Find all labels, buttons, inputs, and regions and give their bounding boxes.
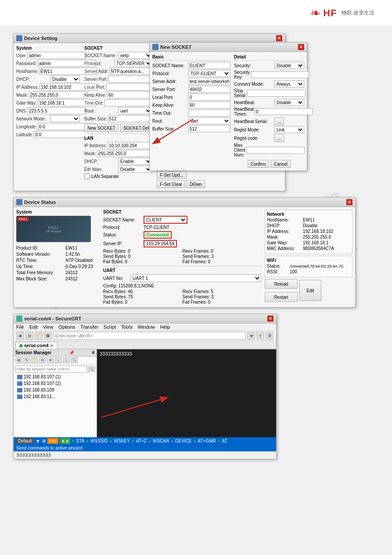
toolbar-icon-1[interactable]: ⊞: [16, 332, 24, 340]
btn-plusplus[interactable]: +++: [47, 438, 59, 444]
socket-name-status-select[interactable]: CLIENT: [144, 216, 187, 224]
device-status-close[interactable]: ✕: [346, 199, 352, 205]
filter-search-icon[interactable]: 🔍: [88, 366, 95, 372]
fset-upd-button[interactable]: F-Set Upd...: [157, 171, 187, 179]
netmode-select[interactable]: [50, 115, 80, 122]
menu-view[interactable]: View: [43, 324, 54, 330]
socket-name-select[interactable]: netp: [118, 52, 152, 59]
nsd-server-addr[interactable]: [188, 78, 230, 85]
dns-input[interactable]: [28, 107, 86, 114]
socket-del-button[interactable]: SOCKET Del: [120, 124, 152, 132]
session-item-2[interactable]: 192.168.83.107 (2): [14, 380, 97, 387]
session-item-1[interactable]: 192.168.83.107 (1): [14, 374, 97, 380]
lan-dhcp[interactable]: Enable: [118, 158, 152, 165]
nsd-buffersize[interactable]: [188, 125, 230, 132]
toolbar-icon-5[interactable]: ⚙: [247, 332, 255, 340]
default-label[interactable]: Default: [16, 438, 34, 444]
nsd-cancel-button[interactable]: Cancel: [271, 160, 291, 168]
session-item-3[interactable]: 192.168.83.109: [14, 387, 97, 393]
menu-script[interactable]: Script: [104, 324, 116, 330]
lan-separate-checkbox[interactable]: [84, 174, 90, 179]
rout-select[interactable]: uart: [118, 107, 152, 114]
btn-wskey[interactable]: WSKEY: [114, 439, 130, 443]
uart-no-status[interactable]: UART 1: [130, 274, 261, 282]
dhcp-select[interactable]: Disable: [50, 76, 80, 83]
session-manager-close-x[interactable]: ✕: [91, 350, 95, 355]
session-manager-pin[interactable]: 📌: [69, 350, 74, 355]
session-copy-icon[interactable]: ⊡: [39, 357, 46, 363]
session-delete-icon[interactable]: ✕: [47, 357, 54, 363]
nsd-hb-times[interactable]: [255, 108, 313, 115]
device-setting-close[interactable]: ✕: [276, 35, 282, 41]
fset-clear-button[interactable]: F-Set Clear: [157, 180, 185, 188]
btn-atgmr[interactable]: AT+GMR: [198, 439, 216, 443]
session-edit-icon[interactable]: ✎: [23, 357, 30, 363]
nsd-rout[interactable]: uart: [188, 117, 230, 124]
terminal-area[interactable]: 333333333333: [97, 349, 276, 437]
down-button[interactable]: DOwn: [187, 180, 205, 188]
btn-wsssid[interactable]: WSSSID: [90, 439, 108, 443]
nsd-timeout[interactable]: [188, 109, 230, 116]
session-up-icon[interactable]: ↑: [55, 357, 62, 363]
session-item-4[interactable]: 192.168.83.11...: [14, 393, 97, 400]
nsd-heartbeat[interactable]: Disable: [274, 99, 304, 106]
toolbar-icon-4[interactable]: 🖫: [44, 332, 52, 340]
tab-close[interactable]: ✕: [50, 344, 54, 348]
nsd-local-port[interactable]: [188, 94, 230, 101]
menu-file[interactable]: File: [16, 324, 24, 330]
menu-help[interactable]: Help: [160, 324, 170, 330]
net-mac: 98D863584C7A: [303, 246, 334, 251]
session-filter-input[interactable]: [15, 366, 87, 373]
system-label: System: [16, 46, 80, 51]
nsd-stop-serial[interactable]: [247, 90, 306, 97]
lan-ethwan[interactable]: Disable: [118, 166, 152, 173]
new-socket-button[interactable]: New SOCKET: [84, 124, 119, 132]
nsd-confirm-button[interactable]: Confirm: [248, 160, 269, 168]
toolbar-icon-7[interactable]: ☰: [266, 332, 273, 340]
nsd-server-port[interactable]: [188, 86, 230, 93]
nsd-connect-mode[interactable]: Always: [274, 80, 304, 87]
btn-atz[interactable]: AT+Z: [136, 439, 147, 443]
lan-mask[interactable]: [97, 150, 155, 157]
menu-tools[interactable]: Tools: [121, 324, 133, 330]
menu-window[interactable]: Window: [138, 324, 155, 330]
btn-a[interactable]: ● a: [60, 438, 70, 444]
fail-bytes: Fail Bytes: 0: [103, 259, 182, 264]
edit-button[interactable]: Edit: [299, 280, 321, 301]
nsd-protocol[interactable]: TCP-CLIENT: [188, 70, 230, 77]
toolbar-icon-3[interactable]: 📁: [35, 332, 43, 340]
protocol-select[interactable]: TCP-SERVER: [114, 60, 152, 67]
nsd-security[interactable]: Disable: [274, 62, 304, 69]
session-search-icon[interactable]: 🔍: [71, 357, 78, 363]
menu-edit[interactable]: Edit: [29, 324, 38, 330]
nsd-max-client[interactable]: [246, 147, 305, 154]
nsd-security-key[interactable]: [251, 71, 309, 78]
securecrt-close[interactable]: ✕: [267, 316, 273, 322]
latitude-input[interactable]: [34, 131, 92, 138]
restart-button[interactable]: Restart: [265, 292, 298, 302]
tab-serial-com4[interactable]: serial-com4 ✕: [15, 342, 58, 349]
new-socket-close[interactable]: ✕: [298, 44, 304, 50]
session-new-icon[interactable]: ⊞: [15, 357, 22, 363]
nsd-socket-name[interactable]: [188, 62, 230, 69]
send-commands-bar[interactable]: Send commands to active session: [14, 445, 276, 451]
host-input[interactable]: [53, 332, 246, 340]
dot-wskey: ●: [110, 439, 112, 443]
session-down-icon[interactable]: ↓: [63, 357, 70, 363]
nsd-regist-code-btn[interactable]: ...: [274, 134, 284, 142]
reload-button[interactable]: Reload: [265, 279, 298, 289]
toolbar-icon-6[interactable]: ?: [256, 332, 264, 340]
nsd-keepalive[interactable]: [188, 102, 230, 109]
menu-transfer[interactable]: Transfer: [80, 324, 98, 330]
user-input[interactable]: [28, 52, 86, 59]
session-folder-icon[interactable]: 📁: [31, 357, 38, 363]
btn-at[interactable]: AT: [222, 439, 227, 443]
nsd-regist-mode[interactable]: Link: [274, 126, 304, 133]
nsd-hb-serial-btn[interactable]: ...: [274, 117, 284, 125]
btn-sta[interactable]: STA: [76, 439, 85, 443]
btn-wscan[interactable]: WSCAN: [153, 439, 169, 443]
mask-input[interactable]: [29, 91, 87, 98]
toolbar-icon-2[interactable]: ⊡: [25, 332, 33, 340]
btn-device[interactable]: DEVICE: [175, 439, 191, 443]
menu-options[interactable]: Options: [58, 324, 75, 330]
